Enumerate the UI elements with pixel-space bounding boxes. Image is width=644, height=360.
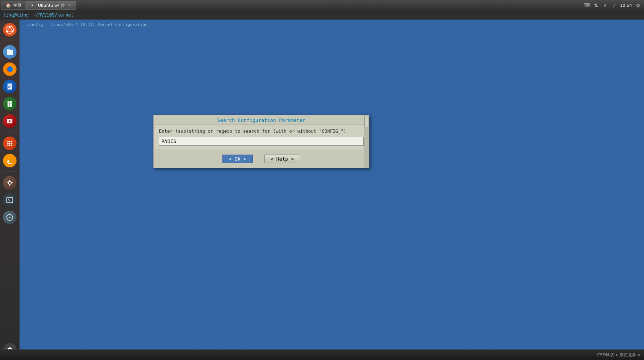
tab-home[interactable]: 🏠 主页: [2, 1, 26, 10]
svg-text:$: $: [31, 4, 33, 7]
sidebar-item-firefox[interactable]: [2, 61, 18, 77]
sidebar-divider-3: [3, 172, 17, 172]
filemanager-icon: [3, 45, 17, 59]
statusbar-bottom: CSDN @ ¢ 康忙北鼻 ×: [0, 349, 644, 360]
home-tab-icon: 🏠: [6, 3, 11, 8]
svg-line-6: [10, 27, 12, 31]
firefox-icon: [3, 62, 17, 76]
systemtools-icon: [3, 176, 17, 190]
impress-icon: [3, 114, 17, 128]
statusbar-text: CSDN @ ¢ 康忙北鼻 ×: [597, 352, 641, 358]
launcher-icon: [3, 137, 17, 150]
taskbar-tabs: 🏠 主页 $ Ubuntu 64 位 ✕: [0, 0, 76, 11]
ubuntu-logo-icon: [3, 23, 17, 36]
sidebar-divider-2: [3, 132, 17, 132]
taskbar-right: ⌨ ⇅ ⚡ ♪ 10:54 ⚙: [584, 2, 644, 8]
svg-line-8: [7, 27, 10, 31]
svg-point-23: [11, 141, 12, 142]
svg-point-26: [11, 143, 12, 144]
keyboard-icon: ⌨: [584, 2, 590, 8]
svg-point-22: [9, 141, 11, 142]
svg-text:$_: $_: [8, 198, 12, 202]
svg-text:a: a: [7, 158, 9, 164]
svg-point-29: [11, 144, 12, 146]
writer-icon: [3, 80, 17, 93]
sidebar-item-writer[interactable]: [2, 79, 18, 94]
search-input[interactable]: [159, 137, 364, 146]
dialog-description: Enter (sub)string or regexp to search fo…: [159, 129, 364, 134]
sidebar-item-ubuntu[interactable]: [2, 22, 18, 38]
svg-point-21: [7, 141, 9, 142]
sidebar-item-dvd[interactable]: [2, 210, 18, 225]
dialog-title: Search Configuration Parameter: [217, 117, 305, 123]
dialog-scrollbar-thumb: [364, 116, 369, 127]
sidebar-item-impress[interactable]: [2, 113, 18, 129]
bluetooth-icon: ⚡: [602, 2, 608, 8]
calc-icon: [3, 97, 17, 111]
sidebar-divider-1: [3, 41, 17, 41]
sidebar: a $_: [0, 20, 20, 360]
dialog-scrollbar[interactable]: [364, 115, 369, 168]
dialog-buttons: < Ok > < Help >: [154, 149, 369, 168]
svg-point-28: [9, 144, 11, 146]
terminal-sidebar-icon: $_: [3, 193, 17, 207]
network-icon: ⇅: [593, 2, 599, 8]
tab-ubuntu[interactable]: $ Ubuntu 64 位 ✕: [26, 1, 76, 10]
tray-time: 10:54: [620, 3, 632, 8]
settings-icon[interactable]: ⚙: [635, 2, 641, 8]
terminal-title: .config - Linux/x86 4.19.111 Kernel Conf…: [23, 21, 148, 27]
ok-button[interactable]: < Ok >: [222, 155, 253, 163]
svg-rect-12: [8, 84, 12, 90]
address-text: lihq@lihq: ~/RV1109/kernel: [3, 12, 74, 18]
address-bar: lihq@lihq: ~/RV1109/kernel: [0, 11, 644, 20]
sidebar-item-systemtools[interactable]: [2, 175, 18, 191]
sidebar-item-amazon[interactable]: a: [2, 153, 18, 169]
svg-point-24: [7, 143, 9, 144]
svg-point-39: [9, 217, 11, 218]
terminal-content: .config - Linux/x86 4.19.111 Kernel Conf…: [20, 20, 644, 360]
sidebar-item-filemanager[interactable]: [2, 44, 18, 60]
tab-close-button[interactable]: ✕: [67, 3, 72, 8]
sidebar-item-terminal[interactable]: $_: [2, 192, 18, 208]
tab-ubuntu-label: Ubuntu 64 位: [38, 3, 65, 8]
help-button[interactable]: < Help >: [264, 155, 301, 163]
taskbar-top: 🏠 主页 $ Ubuntu 64 位 ✕ ⌨ ⇅ ⚡ ♪ 10:54 ⚙: [0, 0, 644, 11]
search-dialog: Search Configuration Parameter Enter (su…: [153, 115, 369, 168]
dialog-titlebar: Search Configuration Parameter: [154, 115, 369, 125]
sidebar-item-calc[interactable]: [2, 96, 18, 112]
sidebar-item-launcher[interactable]: [2, 135, 18, 151]
dvd-icon: [3, 211, 17, 224]
terminal-tab-icon: $: [30, 3, 36, 8]
tab-home-label: 主页: [13, 3, 21, 8]
svg-point-27: [7, 144, 9, 146]
svg-point-31: [8, 181, 11, 184]
svg-point-25: [9, 143, 11, 144]
dialog-body: Enter (sub)string or regexp to search fo…: [154, 125, 369, 149]
terminal-titlebar: .config - Linux/x86 4.19.111 Kernel Conf…: [23, 21, 644, 26]
amazon-icon: a: [3, 154, 17, 167]
volume-icon: ♪: [611, 2, 617, 8]
svg-rect-10: [7, 49, 10, 51]
